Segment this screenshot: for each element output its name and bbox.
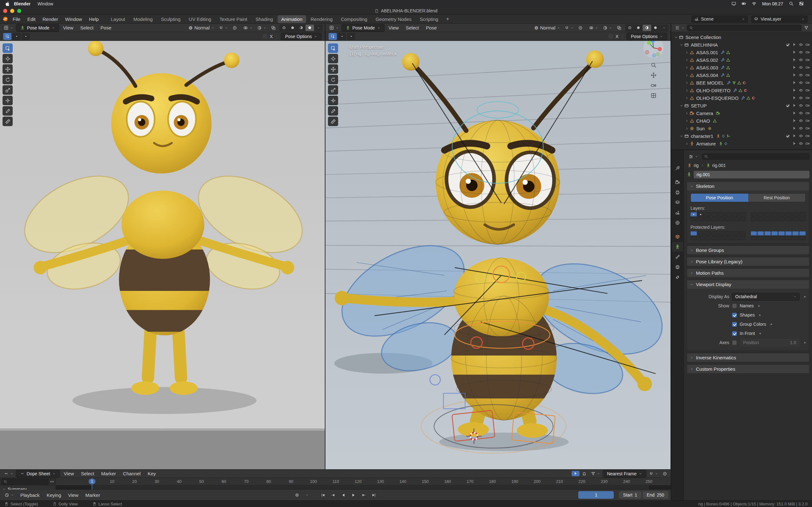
- vp-left-menu-pose[interactable]: Pose: [97, 24, 114, 32]
- channel-search-box[interactable]: [1, 478, 49, 485]
- channel-search-input[interactable]: [9, 480, 46, 484]
- transform-orientation-dropdown[interactable]: Normal: [187, 24, 216, 31]
- next-keyframe-button[interactable]: [359, 491, 368, 499]
- armature-layer-cell[interactable]: [740, 231, 746, 235]
- tool-rotate-button[interactable]: [3, 75, 13, 84]
- armature-layer-cell[interactable]: [725, 212, 732, 216]
- expand-icon[interactable]: [684, 126, 690, 130]
- armature-layer-cell[interactable]: [764, 236, 771, 240]
- expand-icon[interactable]: [684, 73, 690, 77]
- properties-tab-scene[interactable]: [672, 208, 683, 217]
- display-as-dropdown[interactable]: Octahedral: [732, 293, 800, 301]
- armature-layer-cell[interactable]: [771, 217, 778, 221]
- outliner-row-olho-esquerdo[interactable]: OLHO-ESQUERDO: [671, 94, 812, 102]
- pose-position-button[interactable]: Pose Position: [691, 193, 748, 202]
- armature-layer-cell[interactable]: [771, 212, 778, 216]
- panel-bone-groups-header[interactable]: Bone Groups: [687, 246, 809, 255]
- collection-exclude-checkbox[interactable]: [786, 104, 790, 108]
- armature-layer-cell[interactable]: [771, 231, 778, 235]
- animate-property-dot[interactable]: [804, 342, 806, 343]
- armature-layer-cell[interactable]: [785, 236, 792, 240]
- panel-viewport-display-header[interactable]: Viewport Display: [687, 280, 809, 289]
- workspace-tab-texture-paint[interactable]: Texture Paint: [216, 15, 251, 23]
- vp-right-menu-view[interactable]: View: [386, 24, 402, 32]
- armature-layer-cell[interactable]: [698, 236, 704, 240]
- editor-type-button[interactable]: [673, 25, 687, 31]
- expand-icon[interactable]: [684, 66, 690, 70]
- outliner-row-olho-direito[interactable]: OLHO-DIREITO: [671, 87, 812, 94]
- axes-position-slider[interactable]: Position 1.0: [740, 339, 800, 347]
- show-gizmo-button[interactable]: [587, 25, 600, 31]
- topbar-menu-edit[interactable]: Edit: [24, 15, 39, 23]
- show-overlays-button[interactable]: [255, 25, 268, 31]
- armature-layer-cell[interactable]: [740, 212, 746, 216]
- snap-magnet-toggle[interactable]: [647, 471, 660, 476]
- shading-solid-button[interactable]: [634, 25, 643, 31]
- eye-toggle-icon[interactable]: [799, 65, 803, 70]
- jump-to-start-button[interactable]: [318, 491, 328, 499]
- dope-menu-select[interactable]: Select: [78, 470, 97, 477]
- zoom-window-button[interactable]: [17, 9, 21, 13]
- camera-toggle-icon[interactable]: [805, 65, 810, 70]
- pointer-toggle-icon[interactable]: [792, 103, 797, 108]
- mirror-x-checkbox[interactable]: [263, 34, 267, 39]
- shading-solid-button[interactable]: [288, 25, 297, 31]
- armature-layer-cell[interactable]: [691, 231, 697, 235]
- tool-scale-button[interactable]: [3, 85, 13, 95]
- workspace-tab-layout[interactable]: Layout: [107, 15, 129, 23]
- armature-layer-cell[interactable]: [698, 231, 704, 235]
- checkbox-group-colors[interactable]: [732, 322, 737, 327]
- armature-layer-cell[interactable]: [792, 212, 799, 216]
- workspace-tab-sculpting[interactable]: Sculpting: [157, 15, 184, 23]
- proportional-editing-button[interactable]: [231, 25, 239, 31]
- armature-layer-cell[interactable]: [725, 231, 732, 235]
- camera-toggle-icon[interactable]: [805, 134, 810, 138]
- armature-layer-cell[interactable]: [705, 231, 711, 235]
- window-titlebar[interactable]: ABELINHA-BLENDER.blend: [0, 7, 812, 14]
- outliner-row-asas-003[interactable]: ASAS.003: [671, 64, 812, 71]
- control-center-icon[interactable]: [799, 1, 804, 6]
- editor-type-button[interactable]: [3, 492, 16, 498]
- camera-toggle-icon[interactable]: [805, 118, 810, 123]
- tool-transform-button[interactable]: [328, 96, 338, 105]
- armature-layer-cell[interactable]: [771, 236, 778, 240]
- outliner-row-asas-001[interactable]: ASAS.001: [671, 49, 812, 56]
- show-gizmo-button[interactable]: [241, 25, 254, 31]
- workspace-tab-shading[interactable]: Shading: [252, 15, 277, 23]
- checkbox-shapes[interactable]: [732, 313, 737, 318]
- toggle-xray-button[interactable]: [269, 25, 277, 31]
- proportional-editing-button[interactable]: [661, 471, 669, 476]
- tool-cursor-button[interactable]: [328, 54, 338, 63]
- pointer-toggle-icon[interactable]: [792, 43, 797, 47]
- jump-to-end-button[interactable]: [369, 491, 378, 499]
- snap-mode-dropdown[interactable]: Nearest Frame: [603, 470, 647, 477]
- editor-type-button[interactable]: [2, 470, 15, 476]
- eye-toggle-icon[interactable]: [799, 80, 803, 85]
- armature-layer-cell[interactable]: [757, 231, 764, 235]
- collapse-icon[interactable]: [678, 104, 684, 108]
- expand-icon[interactable]: [684, 142, 690, 146]
- data-name-field[interactable]: rig.001: [694, 171, 809, 178]
- summary-channel-row[interactable]: Summary: [0, 486, 55, 490]
- eye-toggle-icon[interactable]: [799, 134, 803, 138]
- armature-layer-cell[interactable]: [725, 217, 732, 221]
- editor-type-button[interactable]: [687, 154, 700, 160]
- pointer-toggle-icon[interactable]: [792, 134, 797, 138]
- properties-search-input[interactable]: [710, 154, 807, 159]
- armature-layer-cell[interactable]: [792, 236, 799, 240]
- tool-move-button[interactable]: [3, 64, 13, 74]
- pointer-toggle-icon[interactable]: [792, 73, 797, 77]
- apple-menu-icon[interactable]: [5, 1, 10, 6]
- expand-icon[interactable]: [684, 119, 690, 123]
- frame-start-field[interactable]: Start 1: [619, 491, 641, 499]
- remove-viewlayer-icon[interactable]: [801, 17, 805, 21]
- tool-measure-button[interactable]: [328, 117, 338, 126]
- armature-layer-cell[interactable]: [799, 236, 806, 240]
- armature-layer-cell[interactable]: [711, 236, 718, 240]
- axes-checkbox[interactable]: [732, 340, 737, 345]
- armature-layer-cell[interactable]: [757, 236, 764, 240]
- tool-measure-button[interactable]: [3, 117, 13, 126]
- armature-layer-cell[interactable]: [792, 217, 799, 221]
- armature-layer-cell[interactable]: [799, 231, 806, 235]
- play-reverse-button[interactable]: [339, 491, 348, 499]
